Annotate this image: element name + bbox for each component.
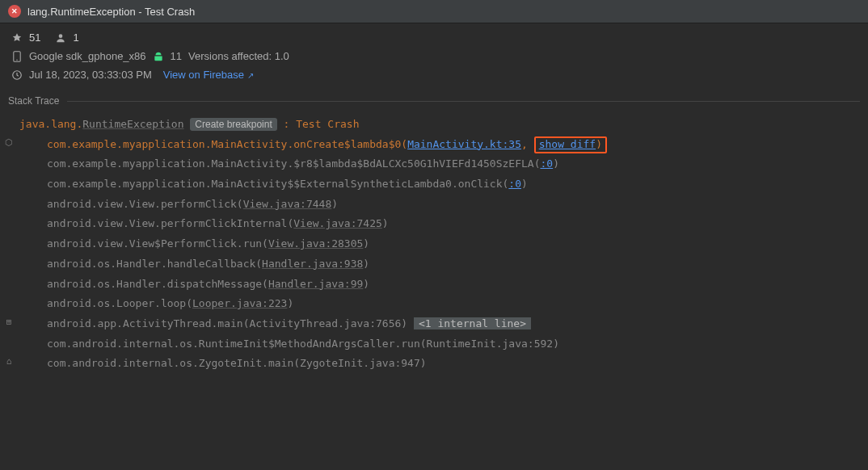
- frame-text: android.os.Handler.dispatchMessage(: [47, 278, 268, 290]
- stack-frame: ⌂com.android.internal.os.ZygoteInit.main…: [19, 354, 860, 374]
- frame-sep: ,: [521, 138, 534, 150]
- crash-icon: [11, 32, 23, 44]
- stack-frame: android.view.View.performClick(View.java…: [19, 195, 860, 215]
- section-label: Stack Trace: [8, 95, 59, 107]
- android-icon: [153, 51, 164, 62]
- frame-text: com.example.myapplication.MainActivity.$…: [47, 157, 540, 170]
- window-title: lang.RuntimeException - Test Crash: [27, 6, 195, 18]
- svg-point-2: [16, 59, 17, 60]
- frame-text: android.view.View.performClick(: [47, 198, 243, 210]
- source-link[interactable]: Looper.java:223: [192, 297, 287, 309]
- exception-sep: :: [277, 118, 296, 130]
- stack-frame: android.view.View.performClickInternal(V…: [19, 214, 860, 234]
- stack-frame: android.os.Looper.loop(Looper.java:223): [19, 294, 860, 314]
- stack-frame: android.os.Handler.handleCallback(Handle…: [19, 254, 860, 275]
- external-link-icon: ↗: [247, 71, 254, 80]
- source-link[interactable]: View.java:7425: [293, 217, 382, 229]
- frame-text: android.app.ActivityThread.main(Activity…: [47, 317, 414, 329]
- gutter-icon[interactable]: ⊞: [3, 314, 15, 331]
- frame-text: android.view.View.performClickInternal(: [47, 217, 293, 229]
- show-diff-link[interactable]: show diff: [539, 138, 596, 150]
- close-paren: ): [596, 138, 602, 150]
- title-bar: lang.RuntimeException - Test Crash: [0, 0, 868, 23]
- close-paren: ): [363, 237, 369, 250]
- counts-row: 51 1: [11, 31, 857, 44]
- frame-text: com.android.internal.os.RuntimeInit$Meth…: [47, 338, 559, 350]
- source-link[interactable]: View.java:28305: [268, 237, 363, 250]
- metadata-panel: 51 1 Google sdk_gphone_x86 11 Versions a…: [0, 23, 868, 90]
- close-paren: ): [287, 297, 293, 309]
- source-link[interactable]: Handler.java:99: [268, 278, 363, 290]
- gutter-icon[interactable]: ⌂: [3, 354, 15, 371]
- close-paren: ): [521, 178, 528, 190]
- stack-frame: com.android.internal.os.RuntimeInit$Meth…: [19, 334, 860, 355]
- close-paren: ): [553, 157, 559, 170]
- versions-label: Versions affected: 1.0: [188, 50, 289, 62]
- header-divider: [67, 101, 860, 102]
- frame-text: com.android.internal.os.ZygoteInit.main(…: [47, 357, 427, 369]
- frame-text: android.os.Looper.loop(: [47, 297, 192, 309]
- stack-frame: android.view.View$PerformClick.run(View.…: [19, 234, 860, 254]
- timestamp-row: Jul 18, 2023, 03:33:03 PM View on Fireba…: [11, 69, 857, 81]
- timestamp-label: Jul 18, 2023, 03:33:03 PM: [29, 69, 152, 81]
- close-icon[interactable]: [8, 5, 21, 18]
- source-link[interactable]: MainActivity.kt:35: [407, 138, 521, 150]
- gutter-icon[interactable]: ⬡: [3, 135, 15, 152]
- frame-text: android.os.Handler.handleCallback(: [47, 258, 262, 270]
- stack-frame: android.os.Handler.dispatchMessage(Handl…: [19, 275, 860, 295]
- create-breakpoint-button[interactable]: Create breakpoint: [190, 118, 276, 131]
- user-icon: [55, 32, 66, 44]
- source-link[interactable]: :0: [540, 157, 553, 170]
- user-count: 1: [73, 31, 78, 44]
- frame-text: com.example.myapplication.MainActivity.o…: [47, 138, 407, 150]
- stack-trace-header: Stack Trace: [0, 90, 868, 111]
- exception-message: Test Crash: [296, 118, 359, 130]
- exception-package: java.lang.: [19, 118, 82, 130]
- frame-text: android.view.View$PerformClick.run(: [47, 237, 268, 250]
- show-diff-highlight: show diff): [534, 136, 607, 153]
- svg-point-0: [59, 34, 63, 38]
- firebase-link[interactable]: View on Firebase ↗: [163, 69, 254, 81]
- exception-line: java.lang.RuntimeException Create breakp…: [19, 115, 860, 135]
- exception-class-link[interactable]: RuntimeException: [82, 118, 183, 130]
- android-api: 11: [171, 50, 182, 62]
- source-link[interactable]: View.java:7448: [243, 198, 332, 210]
- close-paren: ): [363, 258, 369, 270]
- stack-frame: ⬡com.example.myapplication.MainActivity.…: [19, 135, 860, 155]
- internal-line-badge[interactable]: <1 internal line>: [414, 317, 531, 329]
- stack-frame: com.example.myapplication.MainActivity$$…: [19, 174, 860, 195]
- stack-frame: com.example.myapplication.MainActivity.$…: [19, 154, 860, 174]
- device-row: Google sdk_gphone_x86 11 Versions affect…: [11, 50, 857, 62]
- close-paren: ): [331, 198, 338, 210]
- source-link[interactable]: Handler.java:938: [262, 258, 363, 270]
- close-paren: ): [363, 278, 369, 290]
- stack-frame: ⊞android.app.ActivityThread.main(Activit…: [19, 314, 860, 334]
- clock-icon: [11, 69, 23, 81]
- crash-count: 51: [29, 31, 40, 44]
- stack-trace-body: java.lang.RuntimeException Create breakp…: [0, 111, 868, 382]
- frame-text: com.example.myapplication.MainActivity$$…: [47, 178, 508, 190]
- close-paren: ): [382, 217, 389, 229]
- phone-icon: [11, 51, 23, 62]
- source-link[interactable]: :0: [508, 178, 521, 190]
- device-label: Google sdk_gphone_x86: [29, 50, 146, 62]
